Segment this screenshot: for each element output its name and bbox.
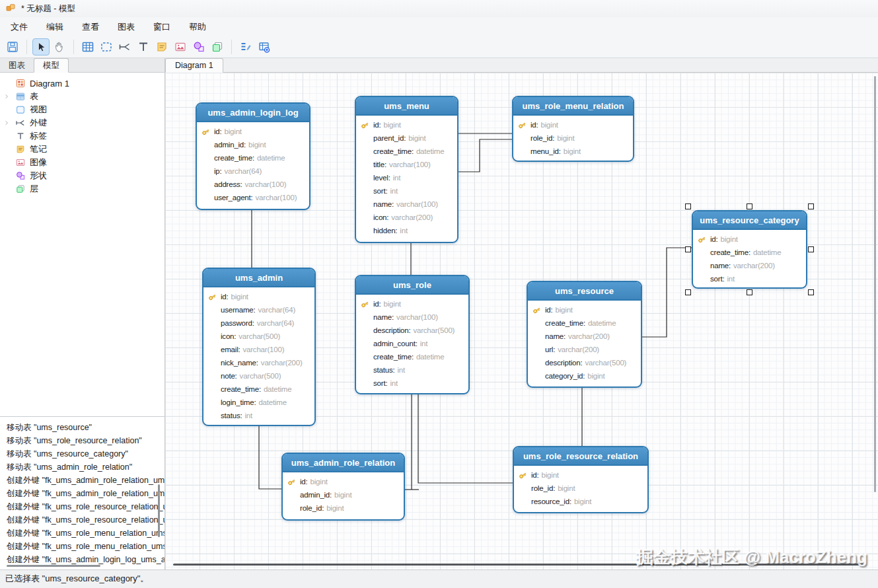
field-row-create_time[interactable]: create_timedatetime <box>356 350 468 363</box>
table-ums_admin_role_relation[interactable]: ums_admin_role_relationidbigintadmin_idb… <box>281 453 405 521</box>
field-row-user_agent[interactable]: user_agentvarchar(100) <box>197 191 309 204</box>
canvas-vertical-scrollbar[interactable] <box>874 76 876 492</box>
selection-handle[interactable] <box>685 246 691 252</box>
field-row-nick_name[interactable]: nick_namevarchar(200) <box>203 356 314 369</box>
new-layer-button[interactable] <box>209 38 226 55</box>
field-row-sort[interactable]: sortint <box>356 377 468 390</box>
selection-handle[interactable] <box>747 203 752 209</box>
history-log-entry[interactable]: 创建外键 "fk_ums_role_resource_relation_ums_… <box>0 513 165 527</box>
relationship-line[interactable] <box>418 394 513 483</box>
field-row-id[interactable]: idbigint <box>356 297 468 311</box>
history-log-entry[interactable]: 移动表 "ums_resource_category" <box>0 447 165 460</box>
history-log-entry[interactable]: 移动表 "ums_role_resource_relation" <box>0 434 165 447</box>
history-log-entry[interactable]: 创建外键 "fk_ums_admin_login_log_ums_admin" <box>0 553 165 566</box>
field-row-name[interactable]: namevarchar(100) <box>356 311 468 324</box>
menu-diagram[interactable]: 图表 <box>108 17 144 36</box>
history-log-entry[interactable]: 创建外键 "fk_ums_role_menu_relation_ums_role… <box>0 527 165 540</box>
field-row-category_id[interactable]: category_idbigint <box>528 369 641 383</box>
table-title[interactable]: ums_admin_role_relation <box>283 454 404 472</box>
sidebar-item-images[interactable]: 图像 <box>0 156 165 169</box>
new-note-button[interactable] <box>153 38 170 55</box>
field-row-ip[interactable]: ipvarchar(64) <box>197 165 309 178</box>
table-title[interactable]: ums_role_menu_relation <box>513 97 633 116</box>
field-row-role_id[interactable]: role_idbigint <box>283 501 404 515</box>
field-row-menu_id[interactable]: menu_idbigint <box>513 145 633 158</box>
field-row-role_id[interactable]: role_idbigint <box>514 482 647 495</box>
field-row-status[interactable]: statusint <box>203 409 314 422</box>
sidebar-item-labels[interactable]: 标签 <box>0 129 165 143</box>
field-row-id[interactable]: idbigint <box>356 118 457 131</box>
pan-button[interactable] <box>51 38 68 55</box>
field-row-email[interactable]: emailvarchar(100) <box>203 343 314 356</box>
log-vertical-scrollbar[interactable] <box>158 484 160 537</box>
tab-diagram-1[interactable]: Diagram 1 <box>165 58 223 73</box>
new-image-button[interactable] <box>172 38 189 55</box>
field-row-role_id[interactable]: role_idbigint <box>513 131 633 145</box>
field-row-create_time[interactable]: create_timedatetime <box>528 316 641 330</box>
menu-help[interactable]: 帮助 <box>180 17 215 36</box>
field-row-title[interactable]: titlevarchar(100) <box>356 158 457 171</box>
new-table-button[interactable] <box>79 38 96 55</box>
table-ums_role_menu_relation[interactable]: ums_role_menu_relationidbigintrole_idbig… <box>512 96 634 162</box>
table-title[interactable]: ums_role <box>356 276 468 295</box>
table-ums_role_resource_relation[interactable]: ums_role_resource_relationidbigintrole_i… <box>513 446 649 513</box>
relationship-line[interactable] <box>458 139 512 172</box>
history-log-entry[interactable]: 创建外键 "fk_ums_role_menu_relation_ums_menu… <box>0 540 165 553</box>
field-row-create_time[interactable]: create_timedatetime <box>197 151 309 165</box>
field-row-admin_id[interactable]: admin_idbigint <box>283 488 404 501</box>
table-title[interactable]: ums_admin_login_log <box>197 104 309 122</box>
relationship-line[interactable] <box>642 248 692 337</box>
table-ums_admin[interactable]: ums_adminidbigintusernamevarchar(64)pass… <box>202 268 316 426</box>
diagram-canvas[interactable]: 掘金技术社区 @ MacroZheng ums_admin_login_logi… <box>165 73 878 570</box>
sidebar-tab-model[interactable]: 模型 <box>34 58 69 73</box>
log-horizontal-scrollbar[interactable] <box>7 565 100 567</box>
field-row-admin_id[interactable]: admin_idbigint <box>197 138 309 151</box>
field-row-icon[interactable]: iconvarchar(500) <box>203 330 314 343</box>
menu-edit[interactable]: 编辑 <box>37 17 73 36</box>
table-title[interactable]: ums_admin <box>203 269 314 287</box>
table-title[interactable]: ums_menu <box>356 97 457 116</box>
menu-view[interactable]: 查看 <box>73 17 108 36</box>
table-ums_role[interactable]: ums_roleidbigintnamevarchar(100)descript… <box>355 275 470 394</box>
field-row-description[interactable]: descriptionvarchar(500) <box>528 356 641 369</box>
expand-chevron-icon[interactable] <box>0 92 13 100</box>
field-row-hidden[interactable]: hiddenint <box>356 224 457 237</box>
field-row-address[interactable]: addressvarchar(100) <box>197 178 309 191</box>
selection-handle[interactable] <box>808 203 814 209</box>
field-row-note[interactable]: notevarchar(500) <box>203 369 314 383</box>
field-row-id[interactable]: idbigint <box>513 118 633 131</box>
selection-handle[interactable] <box>685 203 691 209</box>
field-row-id[interactable]: idbigint <box>283 475 404 488</box>
history-log-entry[interactable]: 创建外键 "fk_ums_admin_role_relation_ums_rol… <box>0 487 165 500</box>
history-log-entry[interactable]: 创建外键 "fk_ums_role_resource_relation_ums_… <box>0 500 165 513</box>
history-log-entry[interactable]: 移动表 "ums_resource" <box>0 421 165 434</box>
selection-handle[interactable] <box>808 289 814 295</box>
sidebar-item-diagram-1[interactable]: Diagram 1 <box>0 77 165 90</box>
save-button[interactable] <box>4 38 21 55</box>
new-label-button[interactable] <box>135 38 152 55</box>
field-row-id[interactable]: idbigint <box>693 233 806 246</box>
history-log-entry[interactable]: 移动表 "ums_admin_role_relation" <box>0 460 165 474</box>
field-row-id[interactable]: idbigint <box>514 468 647 482</box>
field-row-description[interactable]: descriptionvarchar(500) <box>356 324 468 337</box>
field-row-login_time[interactable]: login_timedatetime <box>203 396 314 409</box>
field-row-admin_count[interactable]: admin_countint <box>356 337 468 350</box>
sidebar-item-notes[interactable]: 笔记 <box>0 143 165 156</box>
expand-chevron-icon[interactable] <box>0 119 13 127</box>
field-row-password[interactable]: passwordvarchar(64) <box>203 316 314 330</box>
field-row-resource_id[interactable]: resource_idbigint <box>514 495 647 508</box>
selection-handle[interactable] <box>747 289 752 295</box>
field-row-create_time[interactable]: create_timedatetime <box>356 145 457 158</box>
field-row-name[interactable]: namevarchar(200) <box>693 259 806 272</box>
pointer-button[interactable] <box>32 38 50 55</box>
table-preview-button[interactable] <box>256 38 273 55</box>
new-foreign-key-button[interactable] <box>116 38 133 55</box>
select-region-button[interactable] <box>98 38 115 55</box>
selection-handle[interactable] <box>808 246 814 252</box>
field-row-create_time[interactable]: create_timedatetime <box>693 246 806 259</box>
table-title[interactable]: ums_resource <box>528 282 641 301</box>
field-row-id[interactable]: idbigint <box>197 125 309 138</box>
field-row-status[interactable]: statusint <box>356 363 468 377</box>
field-row-create_time[interactable]: create_timedatetime <box>203 383 314 396</box>
table-ums_admin_login_log[interactable]: ums_admin_login_logidbigintadmin_idbigin… <box>196 102 311 210</box>
